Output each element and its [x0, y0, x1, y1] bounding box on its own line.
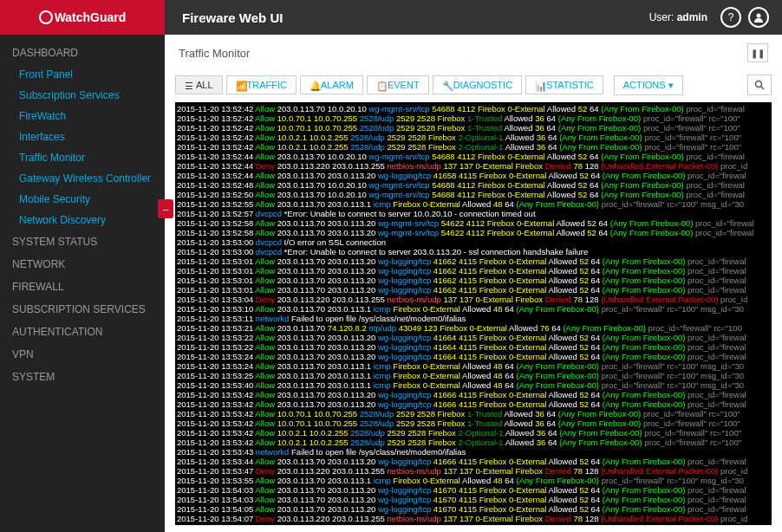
sidebar-section-header[interactable]: FIREWALL	[0, 276, 165, 298]
log-line: 2015-11-20 13:52:58 Allow 203.0.113.70 2…	[177, 218, 770, 228]
log-line: 2015-11-20 13:53:21 Allow 203.0.113.70 7…	[177, 323, 770, 333]
tab-icon: 🔧	[442, 81, 451, 89]
sidebar-section-header[interactable]: VPN	[0, 343, 165, 366]
log-line: 2015-11-20 13:53:01 Allow 203.0.113.70 2…	[177, 266, 770, 276]
log-line: 2015-11-20 13:52:42 Allow 10.0.2.1 10.0.…	[177, 142, 770, 152]
log-line: 2015-11-20 13:53:42 Allow 10.0.2.1 10.0.…	[177, 428, 770, 438]
sidebar-item[interactable]: Network Discovery	[0, 210, 165, 230]
tab-event[interactable]: 📋EVENT	[367, 75, 429, 94]
tab-icon: ☰	[185, 81, 193, 89]
tab-icon: 📶	[236, 81, 244, 89]
log-line: 2015-11-20 13:52:42 Allow 10.0.2.1 10.0.…	[177, 133, 770, 142]
sidebar-section-header[interactable]: NETWORK	[0, 253, 165, 276]
log-line: 2015-11-20 13:53:55 Allow 203.0.113.70 2…	[177, 476, 770, 485]
sidebar-item[interactable]: Interfaces	[0, 127, 165, 147]
actions-button[interactable]: ACTIONS ▾	[614, 75, 683, 95]
log-line: 2015-11-20 13:53:22 Allow 203.0.113.70 2…	[177, 333, 770, 342]
sidebar-item[interactable]: Front Panel	[0, 64, 165, 85]
svg-line-3	[761, 87, 764, 89]
chevron-down-icon: ▾	[668, 80, 674, 91]
tab-icon: 🔔	[310, 81, 318, 89]
svg-point-1	[757, 14, 761, 18]
log-line: 2015-11-20 13:53:42 Allow 10.0.70.1 10.0…	[177, 409, 770, 418]
sidebar-item[interactable]: Gateway Wireless Controller	[0, 168, 165, 189]
help-icon[interactable]: ?	[720, 7, 741, 28]
log-line: 2015-11-20 13:54:03 Allow 203.0.113.70 2…	[177, 485, 770, 495]
search-button[interactable]	[747, 75, 772, 95]
log-line: 2015-11-20 13:52:58 Allow 203.0.113.70 2…	[177, 228, 770, 237]
top-bar: WatchGuard Fireware Web UI User: admin ?	[0, 0, 782, 35]
sidebar-toggle[interactable]: –	[158, 199, 173, 218]
logo-text: WatchGuard	[55, 10, 127, 24]
log-line: 2015-11-20 13:53:22 Allow 203.0.113.70 2…	[177, 342, 770, 352]
log-line: 2015-11-20 13:53:42 Allow 203.0.113.70 2…	[177, 390, 770, 399]
log-line: 2015-11-20 13:53:40 Allow 203.0.113.70 2…	[177, 380, 770, 390]
page-header: Traffic Monitor ❚❚	[165, 35, 782, 71]
pause-button[interactable]: ❚❚	[747, 43, 768, 62]
tab-diagnostic[interactable]: 🔧DIAGNOSTIC	[433, 75, 522, 94]
user-icon[interactable]	[748, 7, 769, 28]
tab-statistic[interactable]: 📊STATISTIC	[525, 75, 603, 94]
log-line: 2015-11-20 13:52:42 Allow 203.0.113.70 1…	[177, 104, 770, 114]
toolbar: ☰ALL📶TRAFFIC🔔ALARM📋EVENT🔧DIAGNOSTIC📊STAT…	[165, 71, 782, 99]
log-line: 2015-11-20 13:52:42 Allow 10.0.70.1 10.0…	[177, 114, 770, 123]
log-line: 2015-11-20 13:53:01 Allow 203.0.113.70 2…	[177, 285, 770, 295]
log-line: 2015-11-20 13:53:42 Allow 10.0.70.1 10.0…	[177, 418, 770, 428]
user-label: User: admin	[649, 11, 707, 23]
log-line: 2015-11-20 13:52:57 dvcpcd *Error: Unabl…	[177, 209, 770, 218]
log-line: 2015-11-20 13:53:24 Allow 203.0.113.70 2…	[177, 361, 770, 371]
log-line: 2015-11-20 13:53:43 networkd Failed to o…	[177, 447, 770, 457]
sidebar-item[interactable]: Subscription Services	[0, 85, 165, 106]
log-line: 2015-11-20 13:53:11 networkd Failed to o…	[177, 314, 770, 323]
log-line: 2015-11-20 13:52:55 Allow 203.0.113.70 2…	[177, 199, 770, 209]
logo: WatchGuard	[0, 0, 165, 35]
log-line: 2015-11-20 13:53:24 Allow 203.0.113.70 2…	[177, 352, 770, 361]
log-line: 2015-11-20 13:54:05 Allow 203.0.113.70 2…	[177, 504, 770, 514]
log-line: 2015-11-20 13:53:00 dvcpcd I/O error on …	[177, 237, 770, 247]
sidebar: DASHBOARDFront PanelSubscription Service…	[0, 35, 165, 532]
log-line: 2015-11-20 13:54:07 Deny 203.0.113.220 2…	[177, 514, 770, 523]
app-title: Fireware Web UI	[182, 10, 283, 25]
log-line: 2015-11-20 13:53:04 Deny 203.0.113.220 2…	[177, 295, 770, 304]
sidebar-section-header[interactable]: SYSTEM STATUS	[0, 230, 165, 253]
sidebar-section-header[interactable]: AUTHENTICATION	[0, 321, 165, 343]
log-line: 2015-11-20 13:53:01 Allow 203.0.113.70 2…	[177, 256, 770, 266]
sidebar-item[interactable]: Mobile Security	[0, 189, 165, 210]
log-line: 2015-11-20 13:52:50 Allow 203.0.113.70 1…	[177, 190, 770, 199]
sidebar-section-header[interactable]: SYSTEM	[0, 366, 165, 388]
log-line: 2015-11-20 13:53:42 Allow 10.0.2.1 10.0.…	[177, 438, 770, 447]
sidebar-section-header[interactable]: SUBSCRIPTION SERVICES	[0, 298, 165, 321]
log-line: 2015-11-20 13:52:44 Allow 203.0.113.70 2…	[177, 171, 770, 180]
sidebar-item[interactable]: FireWatch	[0, 106, 165, 127]
tab-all[interactable]: ☰ALL	[175, 75, 223, 94]
tab-icon: 📋	[376, 81, 385, 89]
log-line: 2015-11-20 13:53:47 Deny 203.0.113.220 2…	[177, 466, 770, 476]
log-line: 2015-11-20 13:52:44 Deny 203.0.113.220 2…	[177, 161, 770, 171]
log-line: 2015-11-20 13:53:01 Allow 203.0.113.70 2…	[177, 276, 770, 285]
tab-alarm[interactable]: 🔔ALARM	[300, 75, 363, 94]
svg-point-0	[40, 11, 52, 23]
watchguard-icon	[39, 10, 53, 24]
log-line: 2015-11-20 13:53:42 Allow 203.0.113.70 2…	[177, 399, 770, 409]
tab-traffic[interactable]: 📶TRAFFIC	[226, 75, 297, 94]
log-viewer[interactable]: 2015-11-20 13:52:42 Allow 203.0.113.70 1…	[175, 102, 772, 525]
log-line: 2015-11-20 13:53:25 Allow 203.0.113.70 2…	[177, 371, 770, 380]
log-line: 2015-11-20 13:52:44 Allow 203.0.113.70 1…	[177, 152, 770, 161]
page-title: Traffic Monitor	[179, 47, 250, 60]
log-line: 2015-11-20 13:52:42 Allow 10.0.70.1 10.0…	[177, 123, 770, 133]
search-icon	[754, 80, 765, 90]
log-line: 2015-11-20 13:52:48 Allow 203.0.113.70 1…	[177, 180, 770, 190]
log-line: 2015-11-20 13:54:03 Allow 203.0.113.70 2…	[177, 495, 770, 504]
sidebar-section-header[interactable]: DASHBOARD	[0, 42, 165, 64]
log-line: 2015-11-20 13:53:44 Allow 203.0.113.70 2…	[177, 457, 770, 466]
content: Traffic Monitor ❚❚ ☰ALL📶TRAFFIC🔔ALARM📋EV…	[165, 35, 782, 532]
tab-icon: 📊	[535, 81, 544, 89]
log-line: 2015-11-20 13:53:00 dvcpcd *Error: Unabl…	[177, 247, 770, 256]
sidebar-item[interactable]: Traffic Monitor	[0, 147, 165, 168]
log-line: 2015-11-20 13:53:10 Allow 203.0.113.70 2…	[177, 304, 770, 314]
svg-point-2	[756, 81, 762, 88]
